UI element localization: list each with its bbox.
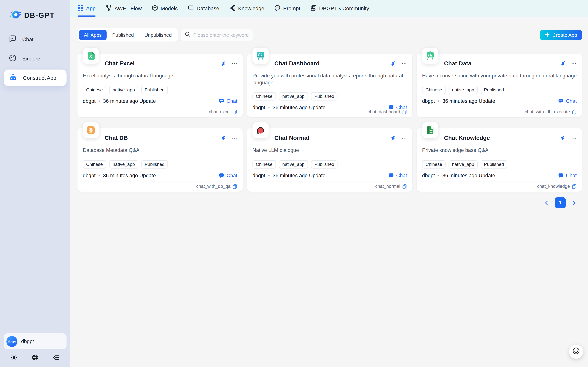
app-card-tags: Chinesenative_appPublished: [77, 154, 243, 168]
user-profile[interactable]: dbgpt dbgpt: [4, 334, 66, 349]
search-input[interactable]: [193, 32, 249, 38]
tab-label: App: [86, 5, 96, 11]
robot-icon: [9, 73, 17, 83]
filter-tab-unpublished[interactable]: Unpublished: [140, 30, 177, 40]
tab-label: AWEL Flow: [115, 5, 142, 11]
smiley-icon: [572, 347, 580, 356]
meta-separator: •: [438, 173, 439, 178]
app-card-title: Chat Data: [444, 60, 471, 67]
app-icon-tile: [252, 122, 269, 138]
bird-share-icon[interactable]: [560, 135, 565, 141]
filter-tab-published[interactable]: Published: [108, 30, 139, 40]
sidebar-item-label: Explore: [22, 56, 40, 62]
bird-share-icon[interactable]: [220, 135, 226, 141]
app-tag: native_app: [449, 160, 478, 168]
tab-dbgpts-community[interactable]: DBGPTS Community: [310, 0, 369, 17]
main-area: App AWEL Flow Models: [70, 0, 588, 367]
language-globe-button[interactable]: [32, 354, 39, 361]
more-menu-button[interactable]: [401, 61, 407, 66]
tab-label: Database: [197, 5, 219, 11]
more-menu-button[interactable]: [232, 135, 237, 141]
app-card: Chat Normal Native LLM dialogue Chinesen…: [247, 128, 412, 192]
more-menu-button[interactable]: [571, 135, 577, 141]
user-name: dbgpt: [21, 339, 34, 344]
app-updated-time: 36 minutes ago Update: [103, 173, 156, 178]
chat-button-label: Chat: [226, 98, 237, 104]
copy-code-button[interactable]: [232, 109, 237, 114]
page-number-1[interactable]: 1: [555, 197, 566, 208]
theme-toggle-button[interactable]: [10, 354, 17, 361]
app-owner: dbgpt: [422, 98, 435, 104]
app-tag: Chinese: [252, 92, 276, 100]
search-icon: [185, 31, 190, 39]
tab-database[interactable]: Database: [188, 0, 219, 17]
bird-share-icon[interactable]: [560, 61, 565, 66]
bird-share-icon[interactable]: [390, 61, 396, 66]
sidebar-item-label: Construct App: [23, 75, 56, 81]
meta-separator: •: [268, 105, 270, 110]
chat-button[interactable]: Chat: [558, 98, 577, 104]
copy-code-button[interactable]: [572, 109, 577, 114]
database-monitor-icon: [188, 5, 194, 12]
plus-icon: [545, 32, 550, 38]
sidebar-item-construct-app[interactable]: Construct App: [4, 69, 66, 86]
top-navigation: App AWEL Flow Models: [70, 0, 588, 17]
sidebar-footer: [0, 354, 70, 361]
card-divider: [422, 107, 577, 107]
app-updated-time: 36 minutes ago Update: [442, 173, 495, 178]
app-card: Chat Dashboard Provide you with professi…: [247, 54, 412, 117]
sidebar-item-explore[interactable]: Explore: [4, 50, 66, 67]
filter-tab-all-apps[interactable]: All Apps: [79, 30, 107, 40]
tab-prompt[interactable]: Prompt: [274, 0, 300, 17]
app-code-name: chat_excel: [209, 109, 231, 115]
collapse-sidebar-button[interactable]: [53, 354, 60, 361]
tab-awel-flow[interactable]: AWEL Flow: [106, 0, 142, 17]
app-tag: native_app: [109, 160, 138, 168]
app-owner: dbgpt: [83, 173, 96, 178]
app-card-description: Provide you with professional data analy…: [247, 67, 412, 86]
page-content: All Apps Published Unpublished: [70, 17, 588, 367]
app-tag: Published: [311, 92, 338, 100]
chat-button-label: Chat: [396, 173, 407, 178]
tab-knowledge[interactable]: Knowledge: [229, 0, 264, 17]
prev-page-button[interactable]: [544, 200, 550, 206]
copy-code-button[interactable]: [232, 184, 237, 189]
app-code-name: chat_knowledge: [537, 184, 570, 189]
copy-code-button[interactable]: [402, 109, 407, 114]
app-code-name: chat_dashboard: [368, 109, 400, 115]
chat-button[interactable]: Chat: [558, 173, 577, 178]
sidebar-item-chat[interactable]: Chat: [4, 31, 66, 48]
tab-app[interactable]: App: [77, 0, 96, 17]
next-page-button[interactable]: [571, 200, 577, 206]
more-menu-button[interactable]: [232, 61, 237, 66]
feedback-smiley-button[interactable]: [569, 345, 583, 359]
chat-button[interactable]: Chat: [219, 173, 237, 178]
create-app-button[interactable]: Create App: [540, 30, 582, 40]
app-tag: Chinese: [422, 86, 446, 94]
app-code-name: chat_normal: [375, 184, 400, 189]
chat-button-label: Chat: [226, 173, 237, 178]
more-menu-button[interactable]: [401, 135, 407, 141]
pagination: 1: [77, 197, 582, 208]
chat-button[interactable]: Chat: [389, 173, 407, 178]
app-card-title: Chat DB: [105, 134, 128, 141]
tab-label: Prompt: [283, 5, 300, 11]
bird-share-icon[interactable]: [390, 135, 396, 141]
app-card-tags: Chinesenative_appPublished: [417, 154, 582, 168]
app-card-description: Excel analysis through natural language: [77, 67, 243, 79]
tab-models[interactable]: Models: [152, 0, 178, 17]
app-card-description: Native LLM dialogue: [247, 141, 412, 154]
app-card-title: Chat Knowledge: [444, 134, 490, 141]
bird-share-icon[interactable]: [220, 61, 226, 66]
app-card: Chat Data Have a conversation with your …: [417, 54, 582, 117]
more-menu-button[interactable]: [571, 61, 577, 66]
tab-label: Models: [161, 5, 178, 11]
sidebar-item-label: Chat: [22, 36, 33, 42]
flow-branch-icon: [106, 5, 112, 12]
copy-code-button[interactable]: [572, 184, 577, 189]
meta-separator: •: [99, 173, 100, 178]
chat-button[interactable]: Chat: [219, 98, 237, 104]
copy-code-button[interactable]: [402, 184, 407, 189]
tab-label: Knowledge: [238, 5, 264, 11]
app-card: Chat Excel Excel analysis through natura…: [77, 54, 243, 117]
